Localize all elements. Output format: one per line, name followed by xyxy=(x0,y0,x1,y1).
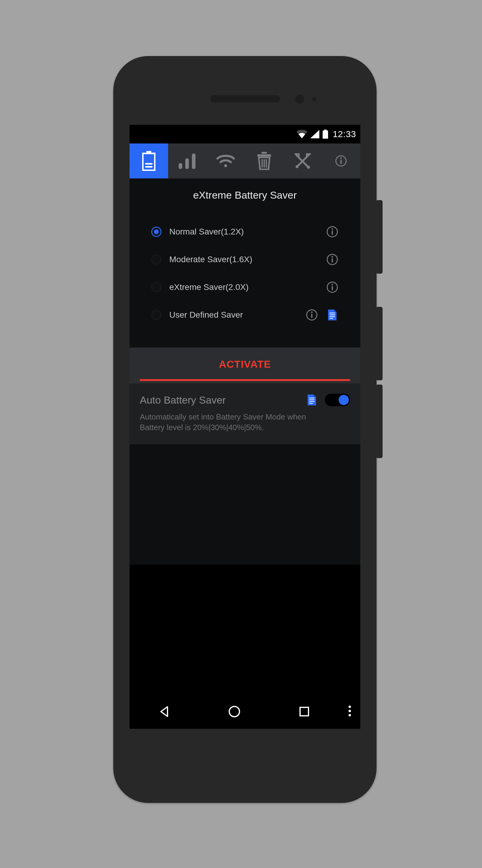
svg-rect-41 xyxy=(300,707,309,716)
hw-volume-up-button[interactable] xyxy=(376,307,383,380)
info-icon xyxy=(335,155,347,167)
tab-info[interactable] xyxy=(322,144,360,179)
back-icon xyxy=(158,706,170,718)
hw-speaker xyxy=(210,95,280,102)
svg-rect-6 xyxy=(179,163,182,169)
svg-rect-37 xyxy=(309,399,315,400)
auto-battery-saver-card: Auto Battery Saver xyxy=(130,383,360,444)
activate-underline xyxy=(140,379,350,381)
svg-rect-25 xyxy=(332,258,333,262)
option-label: Normal Saver(1.2X) xyxy=(169,227,318,237)
svg-rect-11 xyxy=(257,154,271,156)
svg-rect-39 xyxy=(309,403,313,404)
wifi-icon xyxy=(216,154,235,168)
android-nav-bar xyxy=(130,694,360,729)
svg-rect-31 xyxy=(311,314,312,318)
option-label: Moderate Saver(1.6X) xyxy=(169,255,318,264)
svg-point-9 xyxy=(224,164,227,167)
battery-icon xyxy=(142,151,155,171)
option-info-button[interactable] xyxy=(326,253,339,266)
option-normal-saver[interactable]: Normal Saver(1.2X) xyxy=(151,218,339,246)
battery-icon xyxy=(322,130,328,138)
main-panel: eXtreme Battery Saver Normal Saver(1.2X) xyxy=(130,179,360,565)
svg-point-21 xyxy=(332,228,333,230)
wifi-icon xyxy=(296,130,307,138)
svg-rect-38 xyxy=(309,401,315,402)
nav-menu-button[interactable] xyxy=(339,705,360,718)
status-clock: 12:33 xyxy=(332,129,356,139)
svg-point-24 xyxy=(332,256,333,258)
svg-rect-5 xyxy=(145,166,153,167)
svg-rect-4 xyxy=(145,163,153,164)
home-icon xyxy=(228,705,241,718)
hw-front-camera xyxy=(295,95,304,104)
svg-rect-10 xyxy=(261,152,267,154)
svg-rect-28 xyxy=(332,286,333,290)
svg-point-15 xyxy=(295,165,298,168)
nav-recents-button[interactable] xyxy=(269,706,339,717)
more-vert-icon xyxy=(348,705,352,718)
crossed-tools-icon xyxy=(294,152,312,170)
svg-rect-22 xyxy=(332,230,333,235)
svg-rect-8 xyxy=(192,153,195,169)
auto-saver-toggle[interactable] xyxy=(325,394,350,406)
svg-point-16 xyxy=(307,166,310,169)
radio-icon xyxy=(151,282,161,292)
svg-point-44 xyxy=(349,714,351,716)
screen: 12:33 xyxy=(130,125,360,729)
toggle-knob xyxy=(339,395,349,405)
edit-profile-button[interactable] xyxy=(326,309,339,321)
tab-battery[interactable] xyxy=(130,144,168,179)
option-info-button[interactable] xyxy=(326,225,339,238)
radio-icon xyxy=(151,227,161,237)
status-bar: 12:33 xyxy=(130,125,360,144)
phone-frame: 12:33 xyxy=(113,56,377,803)
svg-rect-32 xyxy=(329,313,335,313)
hw-power-button[interactable] xyxy=(376,200,383,274)
radio-icon xyxy=(151,310,161,320)
option-extreme-saver[interactable]: eXtreme Saver(2.0X) xyxy=(151,273,339,301)
auto-saver-title: Auto Battery Saver xyxy=(140,394,306,406)
option-label: User Defined Saver xyxy=(169,310,298,320)
svg-point-40 xyxy=(229,707,239,717)
cell-signal-icon xyxy=(310,130,319,138)
svg-rect-0 xyxy=(324,130,327,130)
hw-volume-down-button[interactable] xyxy=(376,384,383,458)
svg-rect-35 xyxy=(329,318,333,319)
svg-rect-19 xyxy=(341,160,342,164)
option-info-button[interactable] xyxy=(306,309,318,321)
svg-point-18 xyxy=(341,158,342,159)
activate-label: ACTIVATE xyxy=(140,358,350,370)
recents-icon xyxy=(299,706,310,717)
option-user-defined-saver[interactable]: User Defined Saver xyxy=(151,301,339,329)
svg-rect-36 xyxy=(309,398,315,398)
svg-point-30 xyxy=(311,312,313,313)
option-label: eXtreme Saver(2.0X) xyxy=(169,282,318,292)
svg-rect-34 xyxy=(329,316,335,317)
svg-rect-7 xyxy=(185,158,189,169)
nav-home-button[interactable] xyxy=(199,705,269,718)
option-moderate-saver[interactable]: Moderate Saver(1.6X) xyxy=(151,246,339,273)
svg-point-43 xyxy=(349,710,351,712)
hw-sensor xyxy=(312,97,316,101)
radio-icon xyxy=(151,254,161,265)
auto-saver-description: Automatically set into Battery Saver Mod… xyxy=(140,412,309,433)
page-title: eXtreme Battery Saver xyxy=(130,179,360,218)
tab-wifi[interactable] xyxy=(206,144,245,179)
tab-tools[interactable] xyxy=(284,144,322,179)
saver-mode-options: Normal Saver(1.2X) Moderate Sav xyxy=(130,218,360,347)
tab-signal[interactable] xyxy=(168,144,207,179)
svg-point-27 xyxy=(332,284,333,285)
tab-bar xyxy=(130,144,360,179)
trash-icon xyxy=(256,152,272,170)
signal-bars-icon xyxy=(179,153,196,169)
svg-rect-1 xyxy=(323,130,328,138)
auto-saver-settings-button[interactable] xyxy=(306,394,318,406)
tab-trash[interactable] xyxy=(245,144,284,179)
svg-point-42 xyxy=(349,706,351,708)
svg-rect-33 xyxy=(329,314,335,315)
nav-back-button[interactable] xyxy=(130,706,199,718)
activate-button[interactable]: ACTIVATE xyxy=(130,347,360,383)
empty-area xyxy=(130,444,360,565)
option-info-button[interactable] xyxy=(326,281,339,293)
